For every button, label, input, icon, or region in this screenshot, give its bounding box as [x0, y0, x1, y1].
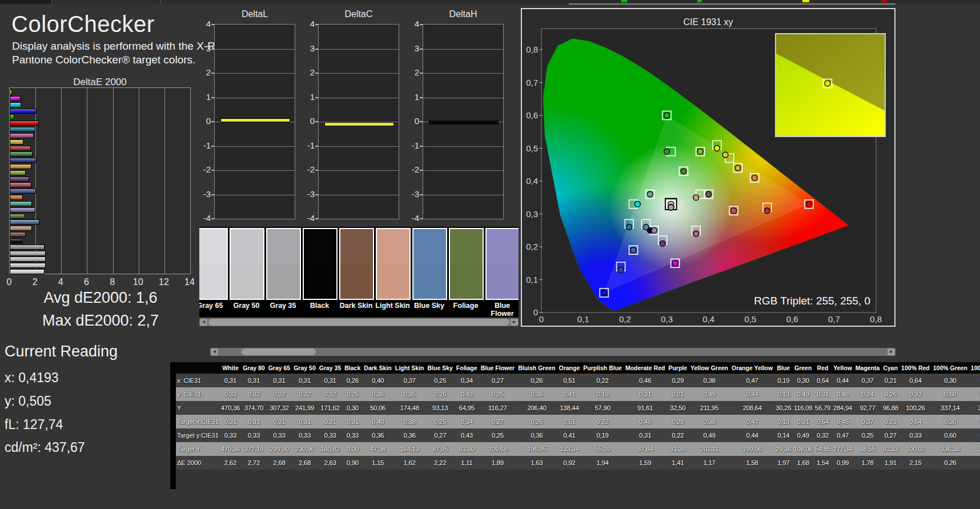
- cie-measured-foliage: [681, 169, 686, 174]
- deltae-bar-red: [10, 146, 31, 151]
- table-cell: 0,32: [814, 428, 832, 442]
- swatch-label-blue-flower: Blue Flower: [484, 302, 519, 317]
- deltae-x-tick-6: 6: [79, 277, 93, 287]
- table-col-blue-flower: Blue Flower: [479, 362, 517, 374]
- table-cell: 0,26: [516, 415, 557, 428]
- table-cell: 277,34: [832, 442, 854, 456]
- measurement-table-grid: WhiteGray 80Gray 65Gray 50Gray 35BlackDa…: [176, 362, 980, 470]
- swatch-black[interactable]: [303, 228, 338, 300]
- delta-chart-title-deltal: DeltaL: [214, 9, 295, 19]
- delta-y-tickmark: [211, 97, 214, 98]
- swatch-foliage[interactable]: [449, 228, 484, 300]
- table-cell: 0,47: [730, 415, 774, 428]
- table-scrollbar[interactable]: ◄ ►: [210, 348, 895, 356]
- table-col-black: Black: [343, 362, 362, 374]
- svg-text:0,2: 0,2: [619, 314, 631, 324]
- table-col-magenta: Magenta: [854, 362, 882, 374]
- table-cell: 2,63: [318, 456, 343, 470]
- table-scroll-thumb[interactable]: [242, 348, 316, 355]
- table-cell: 0,44: [730, 428, 774, 442]
- table-row-label: Target x:CIE31: [176, 415, 220, 428]
- table-cell: 109,68: [479, 442, 517, 456]
- current-reading-fl: fL: 127,74: [5, 417, 63, 432]
- table-cell: 31,39: [666, 442, 689, 456]
- table-cell: 337,14: [931, 401, 969, 415]
- table-row-label: Y: [176, 401, 220, 415]
- deltae-bar-purple: [10, 177, 29, 182]
- table-scroll-left-icon[interactable]: ◄: [211, 348, 218, 355]
- max-de2000: Max dE2000: 2,7: [0, 312, 201, 330]
- table-row-Y: Y470,36374,70307,32241,99171,620,3050,06…: [176, 401, 980, 415]
- delta-y-tickmark: [315, 121, 318, 122]
- swatch-light-skin[interactable]: [376, 228, 411, 300]
- swatch-scrollbar[interactable]: ◄ ►: [199, 318, 519, 326]
- table-cell: 284,94: [832, 401, 854, 415]
- delta-y-tickmark: [420, 146, 423, 147]
- delta-y-tick--4: -4: [403, 213, 419, 223]
- table-cell: 0,31: [292, 415, 318, 428]
- delta-y-tickmark: [315, 73, 318, 74]
- top-strip-tick-1: [697, 0, 702, 2]
- table-cell: 0,22: [581, 415, 624, 428]
- current-reading-y: y: 0,505: [5, 394, 51, 409]
- delta-y-tick-2: 2: [403, 67, 419, 77]
- table-cell: 0,21: [881, 374, 899, 387]
- table-cell: 93,13: [426, 401, 455, 415]
- deltae-bar-100-yellow: [10, 90, 12, 95]
- svg-text:0,6: 0,6: [786, 314, 798, 324]
- window-top-strip: [0, 0, 980, 5]
- delta-y-tickmark: [420, 49, 423, 50]
- table-cell: 0,27: [479, 374, 517, 387]
- deltae-bar-100-magenta: [10, 96, 21, 101]
- table-cell: 0,33: [220, 428, 241, 442]
- table-cell: 1,11: [455, 456, 479, 470]
- avg-de2000: Avg dE2000: 1,6: [0, 289, 201, 307]
- table-cell: 0,44: [730, 387, 774, 401]
- delta-gridline: [423, 146, 503, 147]
- swatch-gray-50[interactable]: [230, 228, 264, 300]
- table-cell: 47,38: [362, 442, 393, 456]
- deltae-bar-blue-sky: [10, 219, 39, 225]
- swatch-scroll-right-icon[interactable]: ►: [511, 319, 518, 326]
- cie-measured-purplish-blue: [630, 247, 636, 253]
- swatch-gray-65[interactable]: [199, 228, 228, 300]
- delta-chart-plot-deltah: [423, 24, 504, 219]
- table-scroll-right-icon[interactable]: ►: [887, 348, 895, 355]
- table-cell: 0,31: [814, 387, 832, 401]
- delta-gridline: [423, 73, 503, 74]
- table-cell: 0,15: [969, 374, 980, 387]
- table-cell: 196,95: [516, 442, 557, 456]
- delta-y-tickmark: [420, 170, 423, 171]
- delta-gridline: [215, 195, 295, 195]
- delta-y-tick--3: -3: [195, 189, 211, 199]
- cie-measured-100-blue: [601, 290, 607, 296]
- deltae-x-tick-2: 2: [28, 277, 42, 287]
- table-cell: 0,26: [516, 374, 557, 387]
- table-cell: 2,15: [899, 456, 931, 470]
- table-cell: 164,13: [393, 442, 426, 456]
- cie-y-axis-ticks: 0,80,70,60,50,40,30,20,10: [526, 45, 543, 317]
- table-cell: 0,32: [241, 387, 267, 401]
- swatch-scroll-left-icon[interactable]: ◄: [200, 319, 207, 326]
- swatch-gray-35[interactable]: [266, 228, 301, 300]
- delta-y-tickmark: [315, 97, 318, 98]
- swatch-scroll-thumb[interactable]: [208, 319, 509, 326]
- table-cell: 160,82: [318, 442, 343, 456]
- cie-measured-blue-sky: [643, 225, 649, 230]
- table-cell: 64,95: [455, 401, 479, 415]
- table-cell: 91,61: [624, 401, 666, 415]
- swatch-blue-flower[interactable]: [485, 228, 519, 300]
- delta-y-tickmark: [315, 194, 318, 195]
- cie-zoom-inset: [776, 34, 885, 137]
- table-col-100-red: 100% Red: [899, 362, 931, 374]
- delta-y-tickmark: [315, 170, 318, 171]
- delta-y-tickmark: [315, 146, 318, 147]
- table-row-x: x: CIE310,310,310,310,310,310,260,400,37…: [176, 374, 980, 387]
- table-cell: 0,47: [730, 374, 774, 387]
- swatch-dark-skin[interactable]: [339, 228, 374, 300]
- table-col-orange-yellow: Orange Yellow: [730, 362, 774, 374]
- delta-y-tick-3: 3: [299, 43, 315, 53]
- cie-measured-purple: [660, 241, 665, 246]
- table-cell: 0,06: [969, 428, 980, 442]
- swatch-blue-sky[interactable]: [412, 228, 447, 300]
